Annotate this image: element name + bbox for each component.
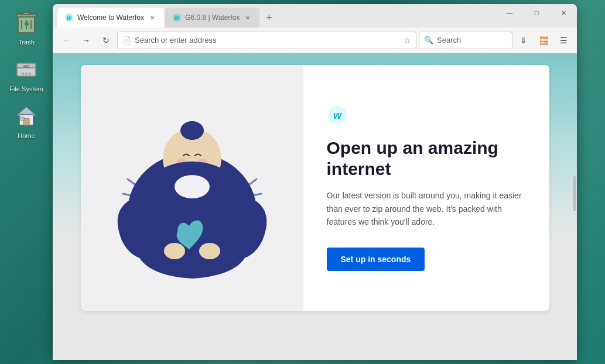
home-label: Home (18, 132, 35, 139)
tab-favicon-g608: w (172, 13, 182, 22)
tab-g608[interactable]: w G6.0.8 | Waterfox ✕ (165, 8, 259, 28)
welcome-title: Open up an amazing internet (327, 138, 526, 180)
svg-text:w: w (333, 109, 341, 121)
welcome-card: w Open up an amazing internet Our latest… (81, 65, 549, 311)
svg-point-28 (175, 175, 210, 198)
card-right-panel: w Open up an amazing internet Our latest… (303, 65, 549, 311)
tab-title-g608: G6.0.8 | Waterfox (185, 13, 240, 22)
close-button[interactable]: ✕ (550, 4, 577, 22)
desktop: ♻ Trash HD File Syst (0, 0, 605, 364)
svg-text:w: w (67, 15, 72, 21)
search-icon: 🔍 (424, 36, 433, 44)
tab-close-welcome[interactable]: ✕ (148, 13, 157, 22)
window-controls: — □ ✕ (496, 4, 577, 22)
nav-bar: ← → ↻ 📄 Search or enter address ☆ 🔍 Sear… (53, 28, 577, 53)
filesystem-icon-desktop[interactable]: HD File System (3, 51, 50, 96)
search-text: Search (437, 36, 461, 44)
setup-button[interactable]: Set up in seconds (327, 248, 425, 271)
svg-text:HD: HD (23, 64, 29, 68)
address-bar[interactable]: 📄 Search or enter address ☆ (117, 32, 416, 49)
title-bar: w Welcome to Waterfox ✕ w G6.0.8 | Water… (53, 4, 577, 28)
svg-point-29 (164, 243, 185, 259)
card-left-panel (81, 65, 303, 311)
svg-rect-2 (23, 12, 30, 15)
scrollbar[interactable] (573, 176, 576, 211)
desktop-icon-area: ♻ Trash HD File Syst (0, 0, 53, 364)
new-tab-button[interactable]: + (261, 9, 277, 26)
maximize-button[interactable]: □ (523, 4, 550, 22)
page-icon: 📄 (122, 36, 131, 44)
trash-label: Trash (18, 39, 35, 46)
menu-button[interactable]: ☰ (555, 32, 572, 49)
tab-title-welcome: Welcome to Waterfox (77, 13, 144, 22)
trash-icon: ♻ (12, 8, 40, 36)
tab-welcome[interactable]: w Welcome to Waterfox ✕ (57, 8, 164, 28)
welcome-description: Our latest version is built around you, … (327, 189, 526, 228)
bookmark-star-icon[interactable]: ☆ (404, 36, 411, 45)
svg-rect-16 (20, 117, 24, 121)
trash-icon-desktop[interactable]: ♻ Trash (3, 5, 50, 49)
back-button[interactable]: ← (57, 32, 75, 49)
svg-rect-11 (29, 73, 31, 75)
page-content: w Open up an amazing internet Our latest… (53, 53, 577, 360)
waterfox-logo: w (327, 105, 348, 126)
home-icon (12, 102, 40, 130)
downloads-button[interactable]: ⇓ (515, 32, 532, 49)
forward-button[interactable]: → (77, 32, 95, 49)
minimize-button[interactable]: — (496, 4, 523, 22)
filesystem-icon: HD (12, 55, 40, 83)
tab-favicon-welcome: w (64, 13, 74, 22)
reload-button[interactable]: ↻ (97, 32, 115, 49)
svg-point-24 (185, 121, 199, 135)
filesystem-label: File System (9, 85, 43, 92)
mascot-illustration (93, 94, 292, 281)
svg-rect-9 (22, 73, 24, 75)
svg-point-30 (199, 243, 220, 259)
svg-text:w: w (175, 15, 180, 21)
svg-rect-10 (25, 73, 28, 75)
extensions-button[interactable]: 🧮 (535, 32, 552, 49)
home-icon-desktop[interactable]: Home (3, 98, 50, 143)
address-text: Search or enter address (135, 36, 400, 44)
search-box[interactable]: 🔍 Search (419, 32, 512, 49)
tab-close-g608[interactable]: ✕ (243, 13, 252, 22)
svg-text:♻: ♻ (24, 20, 29, 27)
browser-window: w Welcome to Waterfox ✕ w G6.0.8 | Water… (53, 4, 577, 360)
